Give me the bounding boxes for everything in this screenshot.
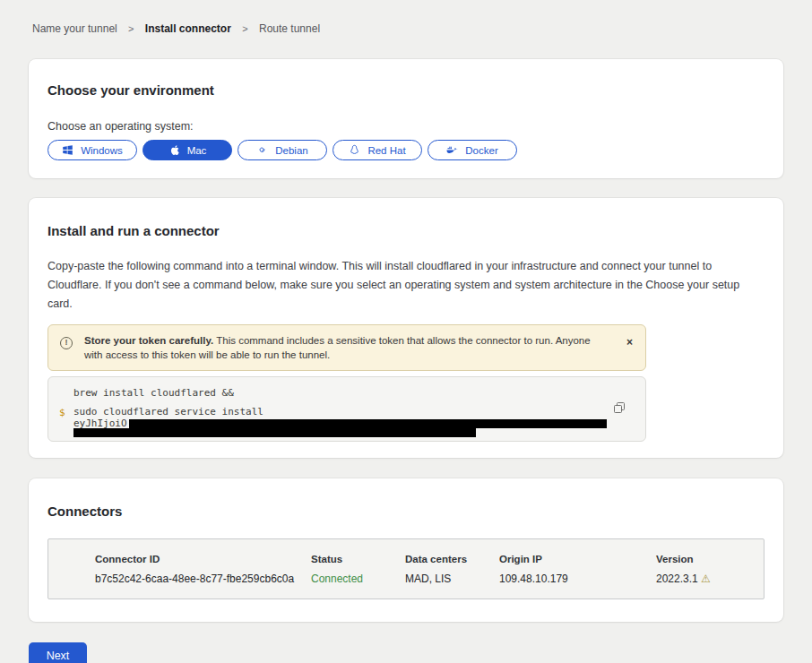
- redaction-bar: [129, 419, 607, 428]
- code-line-token: eyJhIjoiO: [73, 418, 633, 428]
- redaction-bar: [73, 428, 476, 437]
- copy-icon[interactable]: [613, 401, 626, 414]
- breadcrumb: Name your tunnel > Install connector > R…: [0, 0, 812, 35]
- environment-card-title: Choose your environment: [48, 82, 764, 99]
- version-value: 2022.3.1 ⚠: [656, 573, 755, 585]
- status-badge: Connected: [311, 573, 405, 585]
- token-warning-text: Store your token carefully. This command…: [84, 335, 591, 360]
- os-button-label: Red Hat: [367, 145, 405, 156]
- install-connector-title: Install and run a connector: [48, 223, 764, 239]
- os-button-windows[interactable]: Windows: [48, 140, 137, 160]
- environment-card: Choose your environment Choose an operat…: [29, 59, 783, 178]
- data-centers-value: MAD, LIS: [405, 573, 499, 585]
- install-connector-description: Copy-paste the following command into a …: [48, 257, 764, 314]
- column-header: Version: [656, 554, 755, 564]
- table-column-version: Version 2022.3.1 ⚠: [656, 554, 755, 585]
- install-command-codeblock[interactable]: $ brew install cloudflared && sudo cloud…: [48, 376, 646, 442]
- code-line-sudo: sudo cloudflared service install: [73, 405, 633, 418]
- windows-icon: [62, 144, 73, 156]
- breadcrumb-step-install-connector[interactable]: Install connector: [145, 22, 231, 35]
- alert-circle-icon: !: [60, 337, 73, 349]
- os-button-label: Windows: [81, 145, 123, 156]
- redhat-icon: [349, 144, 360, 156]
- os-button-label: Mac: [187, 145, 207, 156]
- table-column-data-centers: Data centers MAD, LIS: [405, 554, 499, 585]
- connectors-table: Connector ID b7c52c42-6caa-48ee-8c77-fbe…: [48, 538, 764, 599]
- breadcrumb-separator: >: [128, 23, 134, 34]
- table-column-connector-id: Connector ID b7c52c42-6caa-48ee-8c77-fbe…: [95, 554, 311, 585]
- os-button-mac[interactable]: Mac: [143, 140, 232, 160]
- os-button-label: Docker: [465, 145, 497, 156]
- table-column-status: Status Connected: [311, 554, 405, 585]
- apple-icon: [168, 144, 180, 156]
- install-connector-card: Install and run a connector Copy-paste t…: [29, 198, 783, 458]
- connectors-card: Connectors Connector ID b7c52c42-6caa-48…: [29, 478, 783, 622]
- os-button-docker[interactable]: Docker: [428, 140, 517, 160]
- column-header: Connector ID: [95, 554, 311, 564]
- close-icon[interactable]: ×: [623, 334, 636, 350]
- version-number: 2022.3.1: [656, 573, 698, 585]
- warning-triangle-icon: ⚠: [701, 573, 711, 585]
- code-line-brew: brew install cloudflared &&: [73, 386, 633, 400]
- os-button-label: Debian: [275, 145, 307, 156]
- column-header: Data centers: [405, 554, 499, 564]
- origin-ip-value: 109.48.10.179: [499, 573, 656, 585]
- table-column-origin-ip: Origin IP 109.48.10.179: [499, 554, 656, 585]
- connector-id-value: b7c52c42-6caa-48ee-8c77-fbe259cb6c0a: [95, 573, 311, 585]
- breadcrumb-separator: >: [242, 23, 247, 34]
- os-button-redhat[interactable]: Red Hat: [333, 140, 422, 160]
- column-header: Status: [311, 554, 405, 564]
- os-button-group: Windows Mac Debian Red Hat Docker: [48, 140, 764, 160]
- column-header: Origin IP: [499, 554, 656, 564]
- shell-prompt: $: [59, 407, 65, 418]
- breadcrumb-step-route-tunnel[interactable]: Route tunnel: [259, 22, 320, 35]
- token-warning-bold: Store your token carefully.: [84, 335, 213, 346]
- token-warning-banner: ! Store your token carefully. This comma…: [48, 324, 646, 371]
- connectors-title: Connectors: [48, 504, 764, 520]
- os-select-label: Choose an operating system:: [48, 120, 764, 133]
- debian-icon: [256, 144, 268, 156]
- docker-icon: [446, 144, 458, 156]
- os-button-debian[interactable]: Debian: [238, 140, 327, 160]
- code-line-token-2: [73, 428, 633, 437]
- breadcrumb-step-name-your-tunnel[interactable]: Name your tunnel: [32, 22, 117, 35]
- next-button[interactable]: Next: [29, 642, 87, 663]
